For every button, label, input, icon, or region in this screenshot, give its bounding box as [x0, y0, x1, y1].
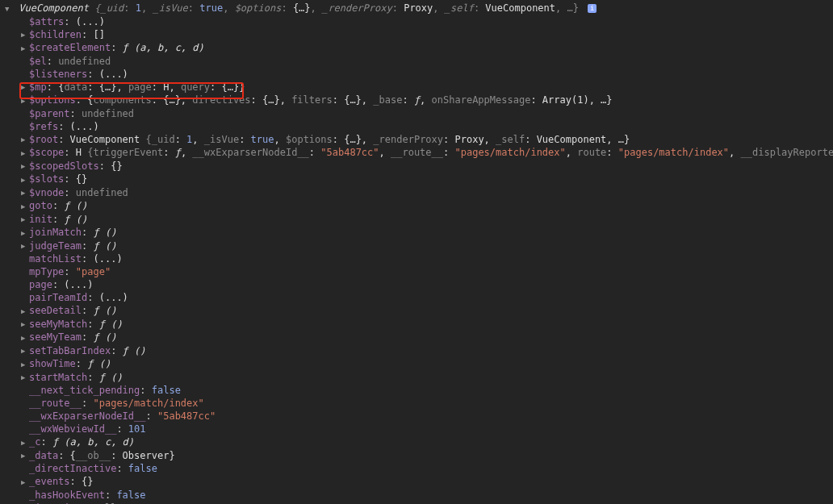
expand-icon[interactable]: ▶ [21, 358, 27, 371]
expand-icon[interactable]: ▶ [21, 476, 27, 489]
property-row[interactable]: ▶setTabBarIndex: ƒ () [0, 344, 833, 358]
property-row[interactable]: ▶goto: ƒ () [0, 199, 833, 213]
property-row[interactable]: ▶$scope: H {triggerEvent: ƒ, __wxExparse… [0, 146, 833, 160]
expand-icon[interactable]: ▶ [21, 200, 27, 213]
property-row[interactable]: ▶seeMyMatch: ƒ () [0, 318, 833, 331]
property-row[interactable]: __wxExparserNodeId__: "5ab487cc" [0, 410, 833, 423]
expand-icon[interactable]: ▶ [21, 133, 27, 146]
property-row[interactable]: ▶$scopedSlots: {} [0, 160, 833, 173]
expand-icon[interactable]: ▶ [21, 81, 27, 94]
property-row[interactable]: ▶_events: {} [0, 475, 833, 489]
expand-icon[interactable]: ▼ [5, 2, 11, 15]
property-row[interactable]: ▶judgeTeam: ƒ () [0, 240, 833, 253]
expand-icon[interactable]: ▶ [21, 449, 27, 462]
property-row[interactable]: ▶$vnode: undefined [0, 186, 833, 200]
expand-icon[interactable]: ▶ [21, 42, 27, 55]
property-row[interactable]: ▶$root: VueComponent {_uid: 1, _isVue: t… [0, 133, 833, 147]
property-row[interactable]: __route__: "pages/match/index" [0, 397, 833, 410]
property-row[interactable]: page: (...) [0, 278, 833, 291]
expand-icon[interactable]: ▶ [21, 436, 27, 449]
expand-icon[interactable]: ▶ [21, 186, 27, 199]
property-row[interactable]: $attrs: (...) [0, 15, 833, 28]
property-row[interactable]: ▶$createElement: ƒ (a, b, c, d) [0, 41, 833, 55]
property-row[interactable]: _hasHookEvent: false [0, 489, 833, 502]
property-row[interactable]: $el: undefined [0, 55, 833, 68]
info-icon[interactable]: i [588, 4, 596, 13]
object-header[interactable]: ▼ VueComponent {_uid: 1, _isVue: true, $… [0, 2, 833, 15]
property-row[interactable]: _inactive: null [0, 502, 833, 505]
property-row[interactable]: $parent: undefined [0, 107, 833, 120]
expand-icon[interactable]: ▶ [21, 305, 27, 318]
property-row[interactable]: ▶startMatch: ƒ () [0, 371, 833, 385]
property-row[interactable]: ▶joinMatch: ƒ () [0, 226, 833, 240]
object-type: VueComponent [19, 2, 89, 14]
property-row[interactable]: $listeners: (...) [0, 68, 833, 81]
expand-icon[interactable]: ▶ [21, 240, 27, 252]
property-row[interactable]: matchList: (...) [0, 252, 833, 265]
property-row[interactable]: ▶seeMyTeam: ƒ () [0, 331, 833, 344]
property-row[interactable]: pairTeamId: (...) [0, 291, 833, 304]
expand-icon[interactable]: ▶ [21, 160, 27, 173]
property-row[interactable]: ▶$slots: {} [0, 173, 833, 186]
expand-icon[interactable]: ▶ [21, 371, 27, 384]
property-row[interactable]: __wxWebviewId__: 101 [0, 423, 833, 435]
expand-icon[interactable]: ▶ [21, 147, 27, 160]
property-row[interactable]: mpType: "page" [0, 265, 833, 278]
property-row[interactable]: ▶$children: [] [0, 28, 833, 42]
expand-icon[interactable]: ▶ [21, 318, 27, 331]
property-row[interactable]: ▶_c: ƒ (a, b, c, d) [0, 435, 833, 449]
property-row[interactable]: ▶showTime: ƒ () [0, 357, 833, 371]
expand-icon[interactable]: ▶ [21, 344, 27, 357]
property-row[interactable]: ▶$options: {components: {…}, directives:… [0, 94, 833, 107]
property-row[interactable]: ▶init: ƒ () [0, 213, 833, 227]
expand-icon[interactable]: ▶ [21, 94, 27, 107]
property-row[interactable]: $refs: (...) [0, 120, 833, 133]
console-object-tree: ▼ VueComponent {_uid: 1, _isVue: true, $… [0, 0, 833, 504]
expand-icon[interactable]: ▶ [21, 173, 27, 186]
expand-icon[interactable]: ▶ [21, 213, 27, 226]
property-row[interactable]: ▶$mp: {data: {…}, page: H, query: {…}} [0, 81, 833, 94]
expand-icon[interactable]: ▶ [21, 331, 27, 344]
expand-icon[interactable]: ▶ [21, 28, 27, 41]
property-row[interactable]: ▶seeDetail: ƒ () [0, 304, 833, 318]
property-row[interactable]: __next_tick_pending: false [0, 384, 833, 397]
expand-icon[interactable]: ▶ [21, 227, 27, 240]
property-row[interactable]: _directInactive: false [0, 462, 833, 475]
property-row[interactable]: ▶_data: {__ob__: Observer} [0, 449, 833, 463]
